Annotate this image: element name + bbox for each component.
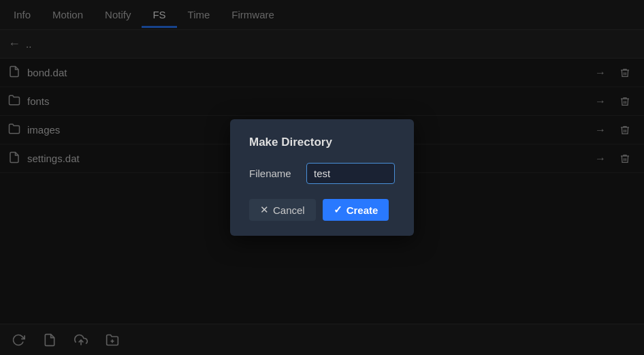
cancel-label: Cancel xyxy=(273,204,305,216)
dialog-filename-label: Filename xyxy=(249,168,297,179)
check-icon: ✓ xyxy=(334,204,342,216)
modal-overlay: Make Directory Filename ✕ Cancel ✓ Creat… xyxy=(0,0,644,355)
create-button[interactable]: ✓ Create xyxy=(323,199,389,221)
x-icon: ✕ xyxy=(260,204,269,216)
dialog-buttons: ✕ Cancel ✓ Create xyxy=(249,199,395,221)
cancel-button[interactable]: ✕ Cancel xyxy=(249,199,316,221)
dialog-field-row: Filename xyxy=(249,163,395,184)
make-directory-dialog: Make Directory Filename ✕ Cancel ✓ Creat… xyxy=(230,119,414,236)
filename-input[interactable] xyxy=(306,163,395,184)
dialog-title: Make Directory xyxy=(249,136,395,149)
create-label: Create xyxy=(347,204,379,216)
